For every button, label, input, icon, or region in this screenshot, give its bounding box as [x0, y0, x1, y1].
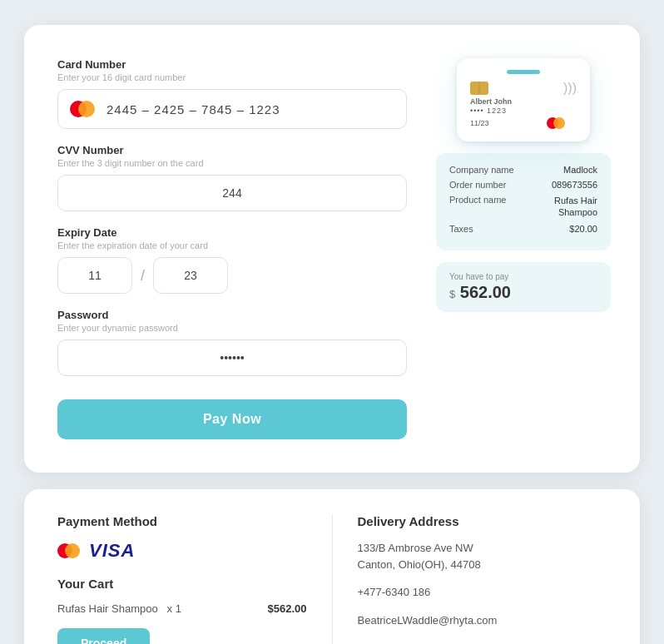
cart-item-label: Rufas Hair Shampoo [57, 602, 158, 615]
payment-method-title: Payment Method [57, 514, 307, 528]
expiry-month-input[interactable] [57, 257, 132, 294]
product-name-value: Rufas Hair Shampoo [531, 195, 597, 219]
bottom-left-section: Payment Method VISA Your Cart Rufas Hair… [57, 514, 333, 644]
delivery-email: BeatriceLWaddle@rhyta.com [358, 612, 607, 629]
pay-total-amount: $ 562.00 [449, 283, 597, 302]
password-input[interactable] [57, 339, 407, 376]
taxes-row: Taxes $20.00 [449, 224, 597, 234]
pay-total-currency: $ [449, 288, 455, 300]
card-expiry-display: 11/23 [470, 119, 489, 127]
form-section: Card Number Enter your 16 digit card num… [57, 58, 407, 439]
payment-icons-row: VISA [57, 540, 307, 562]
credit-card-visual: ))) Albert John •••• 1223 11/23 [457, 58, 590, 141]
expiry-group: Expiry Date Enter the expiration date of… [57, 226, 407, 294]
cart-title: Your Cart [57, 577, 307, 591]
expiry-row: / [57, 257, 407, 294]
mastercard-payment-icon [57, 542, 81, 559]
delivery-line1: 133/B Ambrose Ave NW Canton, Ohio(OH), 4… [358, 540, 607, 572]
proceed-button[interactable]: Proceed [57, 628, 150, 644]
cart-item-qty: x 1 [167, 602, 181, 615]
card-number-input[interactable] [107, 102, 394, 116]
card-number-hint: Enter your 16 digit card number [57, 72, 407, 82]
bottom-panel: Payment Method VISA Your Cart Rufas Hair… [24, 489, 640, 644]
pay-total-value: 562.00 [460, 283, 511, 301]
bottom-right-section: Delivery Address 133/B Ambrose Ave NW Ca… [333, 514, 607, 644]
cvv-label: CVV Number [57, 144, 407, 156]
pay-now-button[interactable]: Pay Now [57, 399, 407, 439]
product-name-label: Product name [449, 195, 506, 219]
taxes-value: $20.00 [569, 224, 597, 234]
card-visual-section: ))) Albert John •••• 1223 11/23 Company … [440, 58, 607, 439]
password-label: Password [57, 309, 407, 321]
cvv-group: CVV Number Enter the 3 digit number on t… [57, 144, 407, 211]
delivery-title: Delivery Address [358, 514, 607, 528]
product-name-row: Product name Rufas Hair Shampoo [449, 195, 597, 219]
pay-total-box: You have to pay $ 562.00 [436, 262, 611, 312]
cvv-hint: Enter the 3 digit number on the card [57, 158, 407, 168]
visa-payment-icon: VISA [89, 540, 135, 562]
order-details-box: Company name Madlock Order number 089673… [436, 153, 611, 250]
card-bottom-row: 11/23 [470, 116, 577, 130]
expiry-hint: Enter the expiration date of your card [57, 240, 407, 250]
card-top-bar [507, 70, 540, 74]
expiry-separator: / [141, 267, 145, 285]
delivery-phone: +477-6340 186 [358, 584, 607, 601]
card-number-input-wrapper[interactable] [57, 89, 407, 129]
nfc-icon: ))) [563, 81, 577, 96]
order-number-label: Order number [449, 180, 506, 190]
taxes-label: Taxes [449, 224, 473, 234]
company-value: Madlock [563, 165, 597, 175]
card-number-group: Card Number Enter your 16 digit card num… [57, 58, 407, 129]
order-number-row: Order number 089673556 [449, 180, 597, 190]
expiry-label: Expiry Date [57, 226, 407, 239]
mastercard-card-icon [547, 116, 567, 130]
chip-icon [470, 82, 488, 95]
card-number-label: Card Number [57, 58, 407, 71]
cart-item-row: Rufas Hair Shampoo x 1 $562.00 [57, 602, 307, 615]
password-group: Password Enter your dynamic password [57, 309, 407, 376]
pay-total-label: You have to pay [449, 272, 597, 281]
cart-item-price: $562.00 [268, 602, 307, 615]
cvv-input[interactable] [57, 175, 407, 211]
payment-form-panel: Card Number Enter your 16 digit card num… [24, 25, 640, 473]
card-number-display: •••• 1223 [470, 107, 577, 115]
company-row: Company name Madlock [449, 165, 597, 175]
password-hint: Enter your dynamic password [57, 323, 407, 333]
card-name: Albert John [470, 97, 577, 106]
mastercard-icon [70, 100, 97, 118]
cart-item-name: Rufas Hair Shampoo x 1 [57, 602, 181, 615]
order-number-value: 089673556 [552, 180, 597, 190]
card-icons-row: ))) [470, 81, 577, 96]
company-label: Company name [449, 165, 514, 175]
expiry-year-input[interactable] [153, 257, 228, 294]
